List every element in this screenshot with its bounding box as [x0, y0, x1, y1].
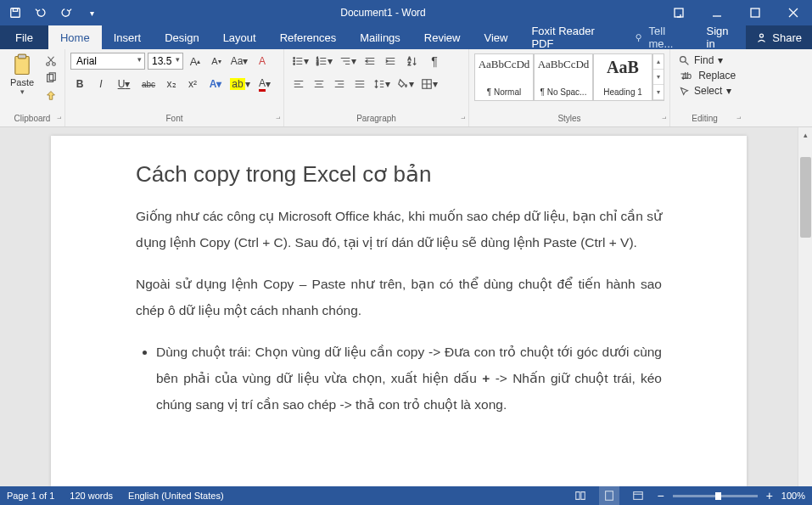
tab-mailings[interactable]: Mailings [348, 25, 412, 49]
read-mode-button[interactable] [570, 486, 591, 505]
shading-button[interactable]: ▾ [395, 75, 417, 93]
titlebar: ▾ Document1 - Word [0, 0, 812, 25]
clear-formatting-button[interactable]: A [253, 52, 272, 70]
ribbon-display-button[interactable] [659, 0, 697, 25]
tab-view[interactable]: View [472, 25, 519, 49]
align-left-button[interactable] [289, 75, 308, 93]
underline-button[interactable]: U▾ [113, 75, 135, 93]
increase-indent-button[interactable] [381, 52, 400, 70]
page-status[interactable]: Page 1 of 1 [7, 491, 54, 501]
qat-customize-button[interactable]: ▾ [80, 1, 104, 25]
sort-button[interactable]: AZ [401, 52, 423, 70]
print-layout-button[interactable] [599, 486, 619, 505]
show-marks-button[interactable]: ¶ [425, 52, 444, 70]
document-page[interactable]: Cách copy trong Excel cơ bản Giống như c… [51, 136, 747, 486]
style-heading1[interactable]: AaBHeading 1 [593, 53, 652, 101]
font-name-combo[interactable]: Arial [70, 53, 145, 70]
tab-layout[interactable]: Layout [211, 25, 268, 49]
superscript-button[interactable]: x² [183, 75, 202, 93]
shrink-font-button[interactable]: A▾ [207, 52, 226, 70]
select-button[interactable]: Select ▾ [675, 84, 735, 98]
svg-point-9 [53, 63, 56, 66]
web-layout-button[interactable] [628, 486, 648, 505]
zoom-out-button[interactable]: − [657, 489, 664, 502]
style-normal[interactable]: AaBbCcDd¶ Normal [474, 53, 534, 101]
zoom-in-button[interactable]: + [766, 489, 773, 502]
svg-point-21 [680, 56, 686, 62]
align-center-button[interactable] [310, 75, 328, 93]
minimize-button[interactable] [697, 0, 736, 25]
share-button[interactable]: Share [746, 25, 812, 49]
vertical-scrollbar[interactable]: ▴ [798, 127, 812, 486]
language-status[interactable]: English (United States) [128, 491, 224, 501]
text-effects-button[interactable]: A▾ [204, 75, 227, 93]
svg-point-8 [47, 63, 50, 66]
statusbar: Page 1 of 1 120 words English (United St… [0, 486, 812, 505]
close-button[interactable] [774, 0, 812, 25]
paste-button[interactable]: Paste ▾ [5, 53, 39, 96]
font-color-button[interactable]: A▾ [254, 75, 276, 93]
svg-rect-0 [11, 8, 20, 18]
highlight-button[interactable]: ab▾ [229, 75, 251, 93]
tab-design[interactable]: Design [153, 25, 210, 49]
redo-button[interactable] [54, 1, 78, 25]
scroll-thumb[interactable] [800, 157, 811, 238]
tell-me-label: Tell me... [649, 25, 685, 50]
copy-button[interactable] [42, 70, 59, 86]
font-size-combo[interactable]: 13.5 [148, 53, 183, 70]
multilevel-list-button[interactable]: ▾ [337, 52, 359, 70]
doc-paragraph: Giống như các công cụ Microsoft Office k… [136, 203, 662, 255]
cut-button[interactable] [42, 53, 59, 69]
strikethrough-button[interactable]: abc [137, 75, 160, 93]
replace-button[interactable]: abReplace [675, 69, 739, 82]
document-area: Cách copy trong Excel cơ bản Giống như c… [0, 127, 812, 486]
tell-me-search[interactable]: Tell me... [624, 25, 695, 50]
justify-button[interactable] [350, 75, 369, 93]
window-title: Document1 - Word [107, 7, 659, 19]
maximize-button[interactable] [736, 0, 774, 25]
group-editing: Find ▾ abReplace Select ▾ Editing [670, 49, 744, 126]
change-case-button[interactable]: Aa▾ [228, 52, 250, 70]
ribbon-tabs: File Home Insert Design Layout Reference… [0, 25, 812, 49]
subscript-button[interactable]: x₂ [162, 75, 181, 93]
tab-references[interactable]: References [268, 25, 348, 49]
undo-button[interactable] [29, 1, 53, 25]
word-count[interactable]: 120 words [70, 491, 113, 501]
tab-home[interactable]: Home [48, 25, 102, 49]
zoom-level[interactable]: 100% [781, 491, 805, 501]
italic-button[interactable]: I [92, 75, 110, 93]
group-editing-label: Editing [675, 112, 739, 125]
decrease-indent-button[interactable] [361, 52, 379, 70]
group-clipboard: Paste ▾ Clipboard [0, 49, 65, 126]
scroll-up-icon[interactable]: ▴ [798, 127, 812, 142]
tab-file[interactable]: File [0, 25, 48, 49]
svg-rect-22 [606, 491, 613, 501]
zoom-slider[interactable] [673, 495, 758, 497]
borders-button[interactable]: ▾ [418, 75, 440, 93]
doc-heading: Cách copy trong Excel cơ bản [136, 161, 662, 188]
svg-text:3: 3 [316, 62, 319, 66]
tab-foxit[interactable]: Foxit Reader PDF [519, 25, 624, 49]
format-painter-button[interactable] [42, 87, 59, 103]
styles-scroll[interactable]: ▴▾▾ [652, 53, 664, 101]
svg-rect-23 [634, 492, 643, 500]
style-no-spacing[interactable]: AaBbCcDd¶ No Spac... [534, 53, 593, 101]
sign-in-button[interactable]: Sign in [695, 25, 747, 50]
svg-point-5 [760, 34, 764, 37]
grow-font-button[interactable]: A▴ [186, 52, 204, 70]
align-right-button[interactable] [330, 75, 349, 93]
group-font-label: Font [70, 112, 278, 125]
save-button[interactable] [3, 1, 27, 25]
find-button[interactable]: Find ▾ [675, 53, 726, 67]
tab-review[interactable]: Review [412, 25, 473, 49]
line-spacing-button[interactable]: ▾ [371, 75, 393, 93]
share-label: Share [772, 31, 802, 44]
numbering-button[interactable]: 123▾ [313, 52, 335, 70]
bullets-button[interactable]: ▾ [289, 52, 311, 70]
bold-button[interactable]: B [70, 75, 89, 93]
doc-list-item: Dùng chuột trái: Chọn vùng dữ liệu cần c… [156, 339, 662, 418]
group-styles-label: Styles [474, 112, 664, 125]
tab-insert[interactable]: Insert [102, 25, 154, 49]
group-paragraph-label: Paragraph [289, 112, 463, 125]
svg-point-13 [294, 60, 295, 62]
